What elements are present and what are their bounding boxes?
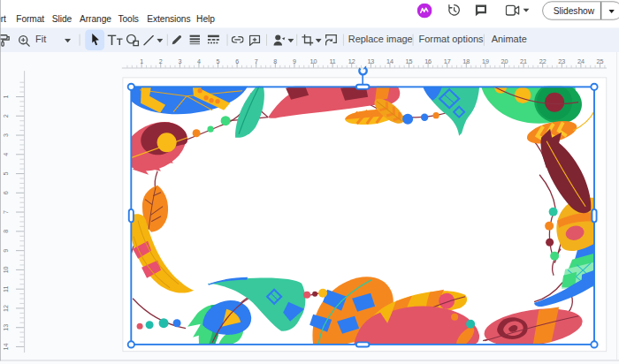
svg-text:7: 7 [255,58,258,65]
svg-text:17: 17 [444,58,451,65]
svg-text:15: 15 [406,58,413,65]
svg-text:1: 1 [140,58,143,65]
svg-text:11: 11 [3,285,10,292]
svg-text:24: 24 [577,58,585,65]
svg-text:1: 1 [3,95,10,99]
svg-text:2: 2 [159,58,163,65]
svg-text:3: 3 [178,58,181,65]
svg-text:6: 6 [235,58,239,65]
svg-text:25: 25 [597,58,604,65]
svg-text:5: 5 [217,58,220,65]
svg-text:16: 16 [424,58,432,65]
svg-text:4: 4 [197,58,201,65]
svg-text:7: 7 [3,210,10,214]
svg-text:9: 9 [3,249,10,253]
svg-text:4: 4 [3,153,10,156]
svg-text:23: 23 [558,58,565,65]
svg-text:12: 12 [348,58,355,65]
svg-text:19: 19 [482,58,489,65]
svg-text:20: 20 [501,58,508,65]
svg-text:8: 8 [273,58,277,65]
svg-text:13: 13 [367,58,374,65]
svg-text:8: 8 [3,230,10,233]
svg-text:13: 13 [3,324,10,331]
svg-text:14: 14 [386,58,394,65]
svg-text:9: 9 [293,58,296,65]
svg-text:21: 21 [520,58,527,65]
svg-text:11: 11 [329,58,335,65]
svg-text:10: 10 [310,58,317,65]
svg-text:22: 22 [539,58,546,65]
svg-text:5: 5 [3,172,10,176]
svg-text:2: 2 [3,114,10,118]
svg-text:12: 12 [3,305,10,312]
svg-text:3: 3 [3,133,10,137]
svg-text:18: 18 [462,58,470,65]
svg-text:10: 10 [3,266,10,273]
svg-text:6: 6 [3,191,10,194]
svg-text:14: 14 [3,343,10,350]
